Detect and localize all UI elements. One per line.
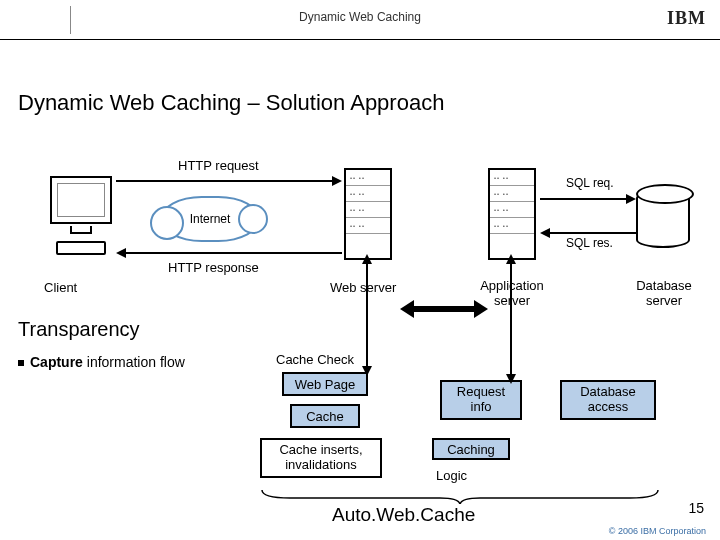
box-request-info-l1: Request <box>457 385 505 400</box>
label-internet: Internet <box>162 212 258 226</box>
box-cache-text: Cache <box>306 409 344 424</box>
conn-app-to-reqinfo <box>510 262 512 376</box>
box-caching-text: Caching <box>447 442 495 457</box>
label-cache-check: Cache Check <box>276 352 354 367</box>
arrow-sql-res <box>550 232 636 234</box>
app-server-icon: •• •••• •••• •••• •• <box>488 168 536 260</box>
box-caching: Caching <box>432 438 510 460</box>
ibm-logo: IBM <box>667 8 706 29</box>
box-cache-invalidations: Cache inserts, invalidations <box>260 438 382 478</box>
label-web-server: Web server <box>330 280 396 295</box>
box-web-page: Web Page <box>282 372 368 396</box>
client-stand-icon <box>70 226 92 234</box>
box-db-access-l2: access <box>588 400 628 415</box>
bullet-rest: information flow <box>83 354 185 370</box>
curly-brace-icon <box>260 486 660 504</box>
label-http-request: HTTP request <box>178 158 259 173</box>
section-heading-transparency: Transparency <box>18 318 140 341</box>
label-sql-res: SQL res. <box>566 236 613 250</box>
bullet-capture-info-flow: Capture information flow <box>18 354 185 370</box>
client-monitor-icon <box>50 176 112 224</box>
client-base-icon <box>56 241 106 255</box>
arrow-head-sql-res <box>540 228 550 238</box>
label-client: Client <box>44 280 77 295</box>
web-server-icon: •• •••• •••• •••• •• <box>344 168 392 260</box>
internet-cloud-icon: Internet <box>160 196 260 242</box>
arrow-head-sql-req <box>626 194 636 204</box>
label-sql-req: SQL req. <box>566 176 614 190</box>
label-db-server: Database server <box>628 278 700 308</box>
box-inval-l1: Cache inserts, <box>279 443 362 458</box>
double-arrow-head-right <box>474 300 488 318</box>
box-database-access: Database access <box>560 380 656 420</box>
conn-web-to-webpage-head <box>362 366 372 376</box>
conn-web-to-webpage <box>366 262 368 368</box>
bullet-strong: Capture <box>30 354 83 370</box>
arrow-head-http-request <box>332 176 342 186</box>
double-arrow-line <box>414 306 474 312</box>
conn-app-to-reqinfo-head-up <box>506 254 516 264</box>
double-arrow-head-left <box>400 300 414 318</box>
arrow-sql-req <box>540 198 626 200</box>
slide-number: 15 <box>688 500 704 516</box>
slide-title: Dynamic Web Caching – Solution Approach <box>18 90 444 116</box>
label-logic: Logic <box>436 468 496 488</box>
box-inval-l2: invalidations <box>285 458 357 473</box>
box-cache: Cache <box>290 404 360 428</box>
arrow-head-http-response <box>116 248 126 258</box>
box-request-info-l2: info <box>471 400 492 415</box>
box-db-access-l1: Database <box>580 385 636 400</box>
bullet-square-icon <box>18 360 24 366</box>
box-web-page-text: Web Page <box>295 377 355 392</box>
box-request-info: Request info <box>440 380 522 420</box>
arrow-http-response <box>126 252 342 254</box>
copyright: © 2006 IBM Corporation <box>609 526 706 536</box>
slide-header: Dynamic Web Caching IBM <box>0 0 720 40</box>
conn-web-to-webpage-head-up <box>362 254 372 264</box>
deck-title: Dynamic Web Caching <box>0 10 720 24</box>
conn-app-to-reqinfo-head <box>506 374 516 384</box>
label-http-response: HTTP response <box>168 260 259 275</box>
database-icon <box>636 190 690 248</box>
label-autowebcache: Auto.Web.Cache <box>332 504 475 526</box>
arrow-http-request <box>116 180 332 182</box>
